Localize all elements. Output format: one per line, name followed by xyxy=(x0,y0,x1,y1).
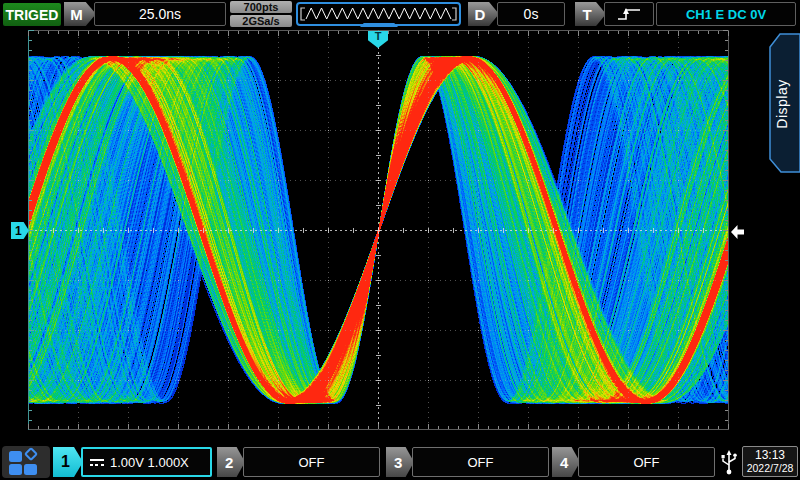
usb-status xyxy=(718,447,740,477)
top-status-bar: TRIGED M 25.0ns 700pts 2GSa/s D 0s T CH1… xyxy=(0,0,800,28)
oscilloscope-screen: TRIGED M 25.0ns 700pts 2GSa/s D 0s T CH1… xyxy=(0,0,800,480)
channel1-value: 1.00V 1.000X xyxy=(110,455,189,470)
waveform-plot[interactable] xyxy=(28,30,729,430)
bottom-channel-bar: 1 1.00V 1.000X 2 OFF 3 OFF 4 OFF 1 xyxy=(0,444,800,480)
channel2-badge[interactable]: 2 xyxy=(217,447,245,477)
trigger-source-info[interactable]: CH1 E DC 0V xyxy=(656,2,796,26)
trigger-edge-box[interactable] xyxy=(604,2,654,26)
channel2-settings[interactable]: OFF xyxy=(243,447,380,477)
channel4-settings[interactable]: OFF xyxy=(578,447,715,477)
memory-depth: 700pts xyxy=(230,1,292,13)
preview-window-indicator xyxy=(360,23,398,27)
waveform-preview-strip[interactable] xyxy=(296,2,461,26)
channel3-settings[interactable]: OFF xyxy=(412,447,549,477)
clock-box: 13:13 2022/7/28 xyxy=(742,446,798,477)
preview-left-bracket xyxy=(301,8,305,20)
trigger-status-badge: TRIGED xyxy=(3,3,61,26)
channel1-badge[interactable]: 1 xyxy=(53,447,83,477)
channel3-badge[interactable]: 3 xyxy=(386,447,414,477)
channel4-badge[interactable]: 4 xyxy=(552,447,580,477)
delay-value[interactable]: 0s xyxy=(497,2,565,26)
acquisition-info: 700pts 2GSa/s xyxy=(230,1,292,27)
timebase-badge: M xyxy=(64,2,96,26)
dc-coupling-icon xyxy=(90,458,104,467)
sample-rate: 2GSa/s xyxy=(230,15,292,27)
usb-icon xyxy=(719,448,739,476)
menu-grid-icon xyxy=(9,451,22,462)
timebase-value[interactable]: 25.0ns xyxy=(94,2,226,26)
delay-badge: D xyxy=(468,2,499,26)
trigger-badge: T xyxy=(575,2,606,26)
tab-display-label: Display xyxy=(774,44,790,164)
clock-time: 13:13 xyxy=(755,449,785,462)
tab-display[interactable]: Display xyxy=(769,33,800,173)
preview-right-bracket xyxy=(452,8,456,20)
menu-diamond-icon xyxy=(24,447,38,461)
channel1-level-marker[interactable]: 1 xyxy=(11,222,29,239)
rising-edge-icon xyxy=(615,5,643,23)
trigger-level-arrow[interactable] xyxy=(731,225,744,239)
menu-button[interactable] xyxy=(2,446,50,478)
clock-date: 2022/7/28 xyxy=(747,462,794,474)
preview-waveform xyxy=(306,8,451,19)
channel1-settings[interactable]: 1.00V 1.000X xyxy=(81,447,212,477)
